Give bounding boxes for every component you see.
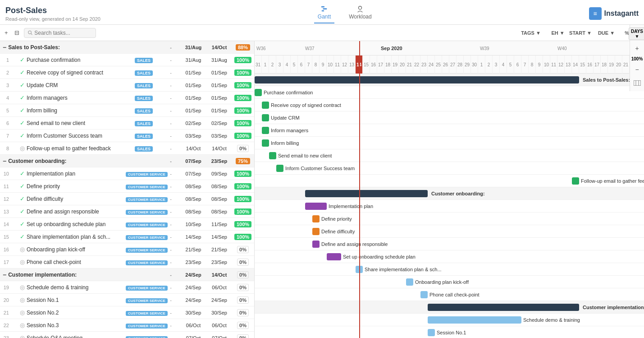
zoom-in-button[interactable]: +: [632, 43, 643, 54]
task-due: 09/Sep: [207, 171, 232, 176]
group-pct-badge: 75%: [236, 158, 250, 164]
check-icon: ◎: [20, 322, 25, 329]
task-tags: CUSTOMER SERVICE: [126, 335, 162, 338]
gantt-task-label: Define and assign responsible: [321, 241, 388, 247]
gantt-canvas: W36 W37 Sep 2020 W39 W40 W41 W 311234567…: [255, 41, 644, 338]
day-cell: 4: [283, 56, 291, 74]
collapse-button[interactable]: ⊟: [13, 28, 21, 37]
task-row: 21 ◎ Session No.2 CUSTOMER SERVICE - 30/…: [0, 306, 254, 319]
gantt-task-label: Implementation plan: [329, 204, 373, 209]
tag-badge: SALES: [135, 146, 153, 152]
tab-gantt[interactable]: Gantt: [314, 4, 334, 23]
day-cell: 14: [572, 56, 579, 74]
tag-badge: SALES: [135, 70, 153, 76]
task-pct: 100%: [232, 196, 254, 202]
task-row: 10 ✓ Implementation plan CUSTOMER SERVIC…: [0, 167, 254, 180]
gantt-task-row: Share implementation plan & sch...: [255, 263, 644, 276]
tags-header[interactable]: TAGS ▼: [513, 30, 549, 36]
task-due: 08/Sep: [207, 209, 232, 214]
day-cell: 7: [521, 56, 529, 74]
task-name-text: Schedule demo & training: [27, 284, 88, 291]
search-box[interactable]: [24, 28, 96, 38]
svg-point-3: [359, 6, 362, 9]
days-button[interactable]: DAYS ▼: [629, 28, 644, 40]
zoom-out-button[interactable]: −: [632, 64, 643, 75]
task-name: ✓ Inform billing: [11, 107, 126, 114]
zoom-level: 100%: [631, 56, 643, 61]
task-pct: 100%: [232, 82, 254, 88]
task-tags: SALES: [126, 57, 162, 63]
group-toggle-icon[interactable]: −: [3, 157, 6, 165]
task-eh: -: [162, 234, 180, 240]
search-input[interactable]: [34, 30, 91, 36]
task-start: 14/Oct: [180, 146, 207, 151]
gantt-task-bar: [428, 316, 521, 324]
logo-text: Instagantt: [604, 9, 639, 18]
task-start: 23/Sep: [180, 259, 207, 265]
task-number: 11: [0, 184, 11, 189]
task-number: 5: [0, 108, 11, 113]
day-cell: 9: [320, 56, 327, 74]
day-cell: 28: [457, 56, 464, 74]
due-header[interactable]: DUE ▼: [594, 30, 619, 36]
gantt-task-bar: [269, 152, 276, 159]
tag-badge: SALES: [135, 121, 153, 126]
check-icon: ✓: [20, 107, 25, 114]
task-start: 07/Oct: [180, 335, 207, 338]
eh-header[interactable]: EH ▼: [549, 30, 567, 36]
day-cell: 10: [543, 56, 550, 74]
task-start: 31/Aug: [180, 57, 207, 63]
task-due: 01/Sep: [207, 95, 232, 101]
gantt-task-row: Session No.1: [255, 326, 644, 338]
task-tags: CUSTOMER SERVICE: [126, 234, 162, 240]
task-start: 06/Oct: [180, 323, 207, 328]
tag-badge: CUSTOMER SERVICE: [126, 235, 168, 240]
day-cell: 16: [370, 56, 377, 74]
gantt-task-row: Inform billing: [255, 137, 644, 149]
tag-badge: CUSTOMER SERVICE: [126, 336, 168, 338]
task-pct-badge: 100%: [234, 133, 251, 139]
day-cell: 7: [305, 56, 312, 74]
check-icon: ◎: [20, 145, 25, 152]
tag-badge: CUSTOMER SERVICE: [126, 197, 168, 202]
task-eh: -: [162, 323, 180, 328]
task-due: 31/Aug: [207, 57, 232, 63]
tag-badge: CUSTOMER SERVICE: [126, 260, 168, 265]
task-name: ✓ Implementation plan: [11, 170, 126, 177]
group-toggle-icon[interactable]: −: [3, 44, 6, 51]
gantt-task-row: Schedule demo & training: [255, 314, 644, 326]
gantt-task-label: Send email to new client: [278, 153, 332, 158]
task-eh: -: [162, 222, 180, 227]
day-cell: 26: [442, 56, 449, 74]
group-toggle-icon[interactable]: −: [3, 271, 6, 278]
map-button[interactable]: [632, 78, 643, 88]
gantt-task-label: Define difficulty: [321, 229, 355, 234]
task-due: 30/Sep: [207, 310, 232, 315]
gantt-tab-label: Gantt: [318, 14, 331, 20]
task-tags: SALES: [126, 82, 162, 88]
week39-label: W39: [480, 46, 489, 51]
task-number: 6: [0, 120, 11, 126]
task-tags: CUSTOMER SERVICE: [126, 246, 162, 253]
right-tools: DAYS ▼ + 100% −: [630, 25, 644, 91]
tab-workload[interactable]: Workload: [345, 4, 375, 23]
task-pct-badge: 0%: [237, 334, 249, 338]
task-row: 6 ✓ Send email to new client SALES - 02/…: [0, 117, 254, 130]
week37-label: W37: [305, 46, 315, 51]
task-row: 13 ✓ Define and assign responsible CUSTO…: [0, 205, 254, 218]
task-number: 23: [0, 335, 11, 338]
task-row: 12 ✓ Define difficulty CUSTOMER SERVICE …: [0, 193, 254, 205]
task-eh: -: [162, 285, 180, 290]
task-pct-badge: 100%: [234, 234, 251, 240]
check-icon: ✓: [20, 69, 25, 76]
gantt-task-label: Follow-up email to gather feedback: [581, 178, 644, 184]
check-icon: ✓: [20, 221, 25, 227]
task-name-text: Purchase confirmation: [27, 57, 80, 63]
start-header[interactable]: START ▼: [567, 30, 594, 36]
add-row-button[interactable]: +: [3, 28, 10, 37]
task-number: 20: [0, 297, 11, 303]
task-pct-badge: 0%: [237, 284, 249, 291]
task-start: 01/Sep: [180, 83, 207, 88]
task-eh: -: [162, 70, 180, 75]
task-pct: 100%: [232, 95, 254, 101]
